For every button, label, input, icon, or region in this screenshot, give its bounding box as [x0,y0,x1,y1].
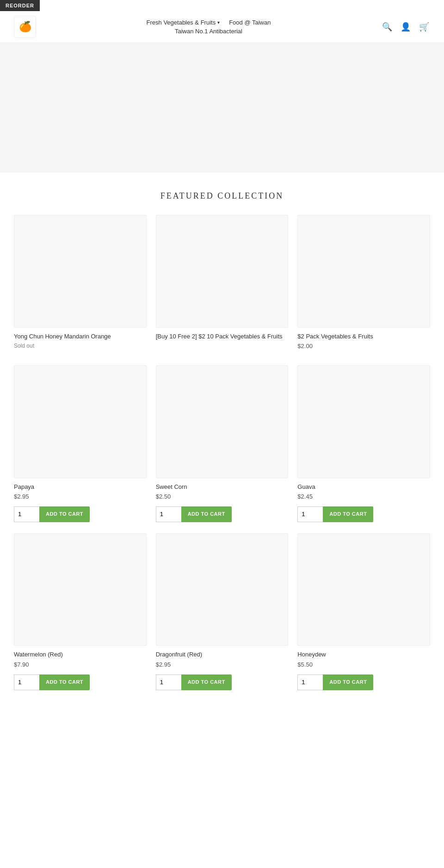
chevron-down-icon: ▾ [217,20,220,25]
product-image-5[interactable] [297,365,430,478]
product-name-0: Yong Chun Honey Mandarin Orange [14,332,147,341]
product-card-7: Dragonfruit (Red) $2.95 ADD TO CART [156,533,289,690]
product-image-6[interactable] [14,533,147,646]
search-icon: 🔍 [382,22,392,31]
product-card-1: [Buy 10 Free 2] $2 10 Pack Vegetables & … [156,215,289,354]
product-name-1: [Buy 10 Free 2] $2 10 Pack Vegetables & … [156,332,289,341]
section-title: FEATURED COLLECTION [14,191,430,201]
product-card-2: $2 Pack Vegetables & Fruits $2.00 [297,215,430,354]
sold-out-label-0: Sold out [14,343,147,349]
products-grid: Yong Chun Honey Mandarin Orange Sold out… [14,215,430,690]
product-price-8: $5.50 [297,661,430,668]
product-price-5: $2.45 [297,493,430,500]
logo-icon: 🍊 [19,21,31,33]
reorder-bar[interactable]: REORDER [0,0,40,11]
quantity-input-3[interactable] [14,506,39,522]
product-image-0[interactable] [14,215,147,328]
cart-icon: 🛒 [419,22,429,31]
header-icons: 🔍 👤 🛒 [381,21,430,33]
product-name-4: Sweet Corn [156,483,289,491]
user-login-button[interactable]: 👤 [400,21,412,33]
search-button[interactable]: 🔍 [381,21,393,33]
user-icon: 👤 [401,22,411,31]
product-card-8: Honeydew $5.50 ADD TO CART [297,533,430,690]
add-to-cart-button-7[interactable]: ADD TO CART [181,674,232,690]
quantity-input-8[interactable] [297,674,323,690]
nav-row-2: Taiwan No.1 Antibacterial [175,28,242,35]
nav-fresh-vegetables[interactable]: Fresh Vegetables & Fruits ▾ [147,19,220,26]
product-card-0: Yong Chun Honey Mandarin Orange Sold out [14,215,147,354]
product-name-7: Dragonfruit (Red) [156,650,289,659]
product-card-4: Sweet Corn $2.50 ADD TO CART [156,365,289,522]
product-price-7: $2.95 [156,661,289,668]
product-card-6: Watermelon (Red) $7.90 ADD TO CART [14,533,147,690]
cart-button[interactable]: 🛒 [418,21,430,33]
add-to-cart-area-5: ADD TO CART [297,506,430,522]
add-to-cart-area-8: ADD TO CART [297,674,430,690]
product-image-7[interactable] [156,533,289,646]
add-to-cart-area-3: ADD TO CART [14,506,147,522]
product-price-2: $2.00 [297,343,430,350]
add-to-cart-button-5[interactable]: ADD TO CART [323,506,373,522]
add-to-cart-button-8[interactable]: ADD TO CART [323,674,373,690]
product-price-6: $7.90 [14,661,147,668]
product-name-6: Watermelon (Red) [14,650,147,659]
nav-food-taiwan[interactable]: Food @ Taiwan [229,19,271,26]
product-card-5: Guava $2.45 ADD TO CART [297,365,430,522]
product-name-8: Honeydew [297,650,430,659]
add-to-cart-area-7: ADD TO CART [156,674,289,690]
logo-image: 🍊 [14,16,36,38]
add-to-cart-button-6[interactable]: ADD TO CART [39,674,90,690]
quantity-input-4[interactable] [156,506,181,522]
quantity-input-5[interactable] [297,506,323,522]
hero-banner [0,43,444,173]
nav-antibacterial[interactable]: Taiwan No.1 Antibacterial [175,28,242,35]
product-card-3: Papaya $2.95 ADD TO CART [14,365,147,522]
featured-section: FEATURED COLLECTION Yong Chun Honey Mand… [0,173,444,718]
product-image-2[interactable] [297,215,430,328]
add-to-cart-area-4: ADD TO CART [156,506,289,522]
quantity-input-7[interactable] [156,674,181,690]
product-price-4: $2.50 [156,493,289,500]
add-to-cart-button-4[interactable]: ADD TO CART [181,506,232,522]
main-nav: Fresh Vegetables & Fruits ▾ Food @ Taiwa… [147,19,271,35]
logo-area: 🍊 [14,16,36,38]
product-image-3[interactable] [14,365,147,478]
product-image-1[interactable] [156,215,289,328]
quantity-input-6[interactable] [14,674,39,690]
site-header: 🍊 Fresh Vegetables & Fruits ▾ Food @ Tai… [0,11,444,43]
product-name-5: Guava [297,483,430,491]
add-to-cart-area-6: ADD TO CART [14,674,147,690]
product-image-4[interactable] [156,365,289,478]
add-to-cart-button-3[interactable]: ADD TO CART [39,506,90,522]
product-name-3: Papaya [14,483,147,491]
product-image-8[interactable] [297,533,430,646]
nav-row-1: Fresh Vegetables & Fruits ▾ Food @ Taiwa… [147,19,271,26]
product-price-3: $2.95 [14,493,147,500]
product-name-2: $2 Pack Vegetables & Fruits [297,332,430,341]
